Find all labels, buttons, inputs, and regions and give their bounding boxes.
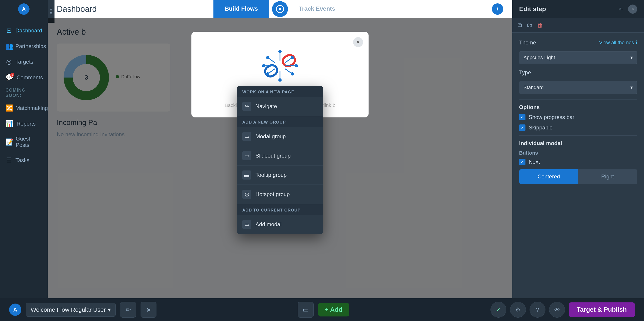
right-panel-title: Edit step [519,5,546,13]
sidebar-item-label-guest-posts: Guest Posts [16,136,42,148]
settings-icon: ⚙ [515,306,520,313]
sidebar-item-label-targets: Targets [16,59,34,65]
bottom-right: ✓ ⚙ ? 👁 Target & Publish [490,302,635,318]
buttons-subsection-label: Buttons [519,150,637,156]
target-publish-button[interactable]: Target & Publish [568,303,635,317]
copy-step-button[interactable]: ⧉ [518,22,522,29]
view-all-themes-link[interactable]: View all themes ℹ [599,40,637,46]
right-panel-icons: ⇤ × [618,4,637,13]
tab-track-events[interactable]: Track Events [288,0,346,18]
step-icon: ▭ [303,306,308,314]
divider-1 [519,99,637,100]
sidebar-item-reports[interactable]: 📊 Reports [0,116,48,132]
modal-close-button[interactable]: × [353,37,363,47]
appcues-center-logo [272,1,288,17]
add-step-button[interactable]: + [492,3,503,15]
sidebar-item-label-dashboard: Dashboard [16,27,42,34]
sidebar-item-label-reports: Reports [16,121,36,127]
tooltip-group-icon: ▬ [242,170,252,179]
bottom-left: A Welcome Flow Regular User ▾ ✏ ➤ [9,302,156,318]
sidebar-item-matchmaking[interactable]: 🔀 Matchmaking [0,100,48,116]
partnerships-icon: 👥 [6,42,12,50]
step-indicator-button[interactable]: ▭ [298,302,314,318]
check-icon: ✓ [496,306,501,313]
flow-name-selector[interactable]: Welcome Flow Regular User ▾ [26,303,116,317]
rp-toolbar: ⧉ 🗂 🗑 [512,18,644,33]
sidebar-item-label-matchmaking: Matchmaking [16,105,48,111]
skippable-checkbox[interactable]: ✓ [519,125,526,131]
modal-overlay: × [48,18,512,298]
add-step-bottom-button[interactable]: + Add [318,303,350,317]
app-logo[interactable]: A [18,3,30,15]
publish-flow-button[interactable]: ➤ [140,302,156,318]
sidebar-item-label-tasks: Tasks [16,157,29,163]
type-select-chevron: ▾ [630,85,633,90]
dropdown-item-slideout-group[interactable]: ▭ Slideout group [237,146,323,165]
eye-icon: 👁 [554,306,560,313]
matchmaking-icon: 🔀 [6,104,12,112]
check-button[interactable]: ✓ [490,302,506,318]
skippable-row: ✓ Skippable [519,125,637,131]
hotspot-group-icon: ◎ [242,190,252,199]
right-panel-header: Edit step ⇤ × [512,0,644,18]
type-select[interactable]: Standard ▾ [519,81,637,94]
next-button-row: ✓ Next [519,159,637,165]
dropdown-item-add-modal[interactable]: ▭ Add modal [237,215,323,234]
modal-group-icon: ▭ [242,132,252,141]
settings-button[interactable]: ⚙ [510,302,526,318]
publish-icon: ➤ [146,306,151,314]
folder-step-button[interactable]: 🗂 [526,22,532,29]
dropdown-header-new-page: WORK ON A NEW PAGE [237,86,323,97]
collapse-icon[interactable]: ⇤ [618,5,624,12]
tab-build-flows[interactable]: Build Flows [214,0,269,18]
tasks-icon: ☰ [6,157,12,164]
next-button-label: Next [529,159,540,165]
dropdown-item-navigate[interactable]: ↪ Navigate [237,97,323,116]
navigate-icon: ↪ [242,102,252,111]
dropdown-section-new-group: ADD A NEW GROUP ▭ Modal group ▭ Slideout… [237,116,323,204]
individual-modal-heading: Individual modal [519,140,637,147]
type-row: Type [519,69,637,76]
rp-content: Theme View all themes ℹ Appcues Light ▾ … [512,33,644,321]
preview-button[interactable]: 👁 [549,302,565,318]
dropdown-item-tooltip-group[interactable]: ▬ Tooltip group [237,165,323,185]
page-title: Dashboard [57,4,97,14]
dropdown-item-hotspot-group[interactable]: ◎ Hotspot group [237,185,323,204]
coming-soon-label: Coming soon: [0,85,48,100]
right-alignment-button[interactable]: Right [578,169,637,184]
delete-step-button[interactable]: 🗑 [537,22,543,29]
comments-icon-wrapper: 💬 1 [6,74,14,81]
dropdown-section-current-group: ADD TO CURRENT GROUP ▭ Add modal [237,204,323,234]
edit-flow-button[interactable]: ✏ [120,302,136,318]
right-panel: Edit step ⇤ × ⧉ 🗂 🗑 Theme View all theme… [512,0,644,321]
theme-select[interactable]: Appcues Light ▾ [519,51,637,64]
show-progress-bar-row: ✓ Show progress bar [519,114,637,120]
theme-label: Theme [519,39,536,46]
centered-alignment-button[interactable]: Centered [519,169,578,184]
targets-icon: ◎ [6,58,12,65]
sidebar-item-dashboard[interactable]: ⊞ Dashboard [0,23,48,38]
sidebar-nav: ⊞ Dashboard 👥 Partnerships ◎ Targets 💬 1… [0,18,48,321]
top-nav: Dashboard Build Flows Track Events + [48,0,512,18]
skippable-label: Skippable [529,125,552,131]
sidebar-item-guest-posts[interactable]: 📝 Guest Posts [0,132,48,152]
sidebar-item-partnerships[interactable]: 👥 Partnerships [0,38,48,54]
sidebar-item-tasks[interactable]: ☰ Tasks [0,152,48,168]
help-icon: ? [536,306,539,313]
dropdown-header-current-group: ADD TO CURRENT GROUP [237,204,323,215]
show-progress-bar-checkbox[interactable]: ✓ [519,114,526,120]
show-progress-bar-label: Show progress bar [529,114,574,120]
help-button[interactable]: ? [530,302,546,318]
flow-name-chevron: ▾ [108,306,111,313]
dropdown-item-modal-group[interactable]: ▭ Modal group [237,127,323,146]
next-button-checkbox[interactable]: ✓ [519,159,526,165]
slideout-group-icon: ▭ [242,151,252,160]
sidebar-item-comments[interactable]: 💬 1 Comments [0,70,48,85]
sidebar-logo: A [0,0,48,18]
divider-2 [519,135,637,136]
alignment-button-row: Centered Right [519,169,637,184]
close-panel-button[interactable]: × [628,4,637,13]
sidebar-item-targets[interactable]: ◎ Targets [0,54,48,70]
modal-hero-icon [260,45,300,86]
add-modal-icon: ▭ [242,220,252,229]
